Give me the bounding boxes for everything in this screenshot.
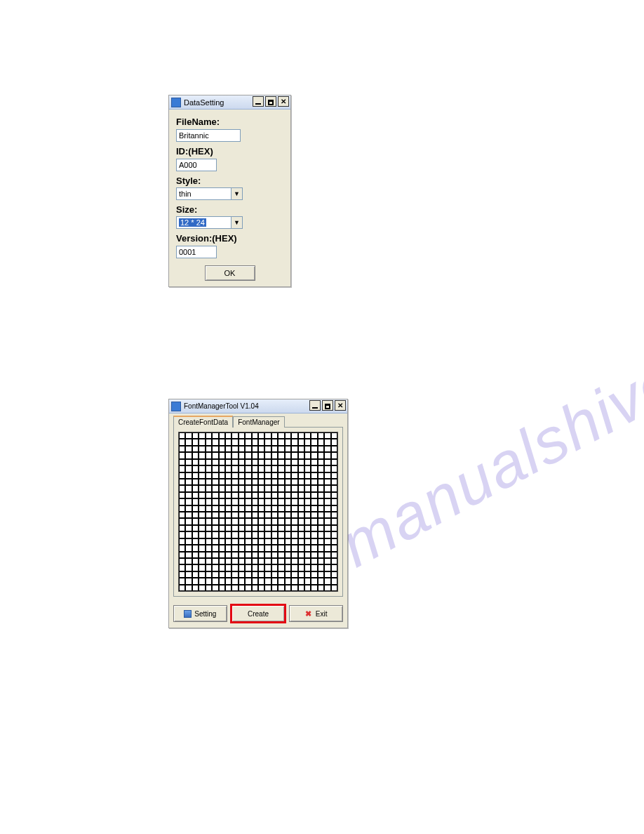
grid-cell[interactable] xyxy=(245,472,251,479)
grid-cell[interactable] xyxy=(232,505,238,512)
grid-cell[interactable] xyxy=(179,505,185,512)
grid-cell[interactable] xyxy=(192,538,199,545)
grid-cell[interactable] xyxy=(318,531,324,538)
grid-cell[interactable] xyxy=(331,465,337,472)
grid-cell[interactable] xyxy=(212,564,218,571)
grid-cell[interactable] xyxy=(311,432,317,439)
grid-cell[interactable] xyxy=(206,505,212,512)
title-bar[interactable]: FontManagerTool V1.04 ✕ xyxy=(169,399,347,413)
grid-cell[interactable] xyxy=(225,432,232,439)
grid-cell[interactable] xyxy=(232,492,238,498)
grid-cell[interactable] xyxy=(232,485,238,491)
grid-cell[interactable] xyxy=(199,459,205,465)
grid-cell[interactable] xyxy=(206,432,212,439)
grid-cell[interactable] xyxy=(271,452,278,458)
grid-cell[interactable] xyxy=(252,498,258,505)
grid-cell[interactable] xyxy=(239,525,245,531)
grid-cell[interactable] xyxy=(285,531,291,538)
grid-cell[interactable] xyxy=(264,538,271,545)
grid-cell[interactable] xyxy=(239,578,245,584)
grid-cell[interactable] xyxy=(219,552,225,558)
grid-cell[interactable] xyxy=(264,525,271,531)
grid-cell[interactable] xyxy=(285,558,291,564)
grid-cell[interactable] xyxy=(185,472,192,479)
grid-cell[interactable] xyxy=(258,492,264,498)
grid-cell[interactable] xyxy=(192,439,199,445)
grid-cell[interactable] xyxy=(252,518,258,524)
grid-cell[interactable] xyxy=(192,545,199,551)
grid-cell[interactable] xyxy=(258,446,264,452)
grid-cell[interactable] xyxy=(285,518,291,524)
grid-cell[interactable] xyxy=(232,498,238,505)
grid-cell[interactable] xyxy=(199,505,205,512)
grid-cell[interactable] xyxy=(192,571,199,578)
grid-cell[interactable] xyxy=(225,585,232,591)
grid-cell[interactable] xyxy=(278,558,284,564)
grid-cell[interactable] xyxy=(225,552,232,558)
grid-cell[interactable] xyxy=(331,512,337,518)
grid-cell[interactable] xyxy=(232,558,238,564)
grid-cell[interactable] xyxy=(331,552,337,558)
grid-cell[interactable] xyxy=(271,492,278,498)
grid-cell[interactable] xyxy=(285,552,291,558)
grid-cell[interactable] xyxy=(225,538,232,545)
grid-cell[interactable] xyxy=(192,505,199,512)
grid-cell[interactable] xyxy=(185,498,192,505)
grid-cell[interactable] xyxy=(179,531,185,538)
grid-cell[interactable] xyxy=(304,498,311,505)
grid-cell[interactable] xyxy=(192,525,199,531)
grid-cell[interactable] xyxy=(206,439,212,445)
grid-cell[interactable] xyxy=(199,465,205,472)
grid-cell[interactable] xyxy=(278,545,284,551)
grid-cell[interactable] xyxy=(311,452,317,458)
grid-cell[interactable] xyxy=(291,432,297,439)
grid-cell[interactable] xyxy=(192,564,199,571)
grid-cell[interactable] xyxy=(185,439,192,445)
grid-cell[interactable] xyxy=(271,545,278,551)
grid-cell[interactable] xyxy=(304,571,311,578)
grid-cell[interactable] xyxy=(304,465,311,472)
grid-cell[interactable] xyxy=(212,446,218,452)
grid-cell[interactable] xyxy=(331,571,337,578)
grid-cell[interactable] xyxy=(232,571,238,578)
grid-cell[interactable] xyxy=(212,452,218,458)
grid-cell[interactable] xyxy=(258,525,264,531)
grid-cell[interactable] xyxy=(311,571,317,578)
grid-cell[interactable] xyxy=(264,439,271,445)
grid-cell[interactable] xyxy=(271,446,278,452)
grid-cell[interactable] xyxy=(212,578,218,584)
grid-cell[interactable] xyxy=(245,578,251,584)
grid-cell[interactable] xyxy=(199,571,205,578)
grid-cell[interactable] xyxy=(318,518,324,524)
grid-cell[interactable] xyxy=(271,505,278,512)
grid-cell[interactable] xyxy=(311,479,317,485)
grid-cell[interactable] xyxy=(291,479,297,485)
grid-cell[interactable] xyxy=(318,498,324,505)
grid-cell[interactable] xyxy=(206,498,212,505)
grid-cell[interactable] xyxy=(304,518,311,524)
grid-cell[interactable] xyxy=(258,538,264,545)
grid-cell[interactable] xyxy=(311,498,317,505)
grid-cell[interactable] xyxy=(278,518,284,524)
grid-cell[interactable] xyxy=(206,518,212,524)
grid-cell[interactable] xyxy=(311,531,317,538)
grid-cell[interactable] xyxy=(311,558,317,564)
grid-cell[interactable] xyxy=(245,564,251,571)
grid-cell[interactable] xyxy=(278,465,284,472)
grid-cell[interactable] xyxy=(232,518,238,524)
grid-cell[interactable] xyxy=(245,432,251,439)
grid-cell[interactable] xyxy=(239,558,245,564)
grid-cell[interactable] xyxy=(258,564,264,571)
grid-cell[interactable] xyxy=(245,505,251,512)
grid-cell[interactable] xyxy=(271,552,278,558)
grid-cell[interactable] xyxy=(298,518,304,524)
grid-cell[interactable] xyxy=(179,452,185,458)
grid-cell[interactable] xyxy=(298,585,304,591)
grid-cell[interactable] xyxy=(271,558,278,564)
grid-cell[interactable] xyxy=(311,545,317,551)
maximize-button[interactable] xyxy=(265,96,276,107)
grid-cell[interactable] xyxy=(199,479,205,485)
grid-cell[interactable] xyxy=(291,571,297,578)
create-button[interactable]: Create xyxy=(232,605,286,622)
minimize-button[interactable] xyxy=(253,96,264,107)
